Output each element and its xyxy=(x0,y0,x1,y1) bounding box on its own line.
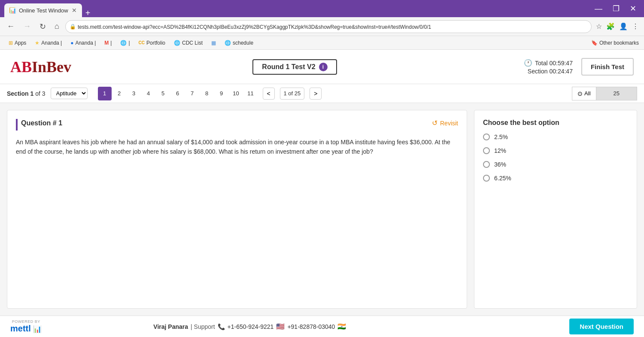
gmail-icon: M xyxy=(104,40,109,46)
all-circle-icon: ⊙ xyxy=(577,90,583,97)
bookmarks-bar: ⊞ Apps ★ Ananda | ● Ananda | M | 🌐 | CC … xyxy=(0,36,644,50)
bookmark-portfolio[interactable]: CC Portfolio xyxy=(135,39,169,47)
option-radio-3[interactable] xyxy=(483,161,490,168)
bookmark-square[interactable]: ▦ xyxy=(208,39,219,47)
bookmark-ananda2[interactable]: ● Ananda | xyxy=(67,39,99,47)
answer-title: Choose the best option xyxy=(483,119,628,127)
option-radio-4[interactable] xyxy=(483,175,490,182)
star-bookmark-icon: ★ xyxy=(35,40,39,46)
option-item-2[interactable]: 12% xyxy=(483,147,628,154)
tab-title: Online Test Window xyxy=(19,7,68,14)
question-num-2[interactable]: 2 xyxy=(112,87,126,100)
phone-icon: 📞 xyxy=(218,323,225,330)
logo-inbev: InBev xyxy=(32,58,71,76)
close-button[interactable]: ✕ xyxy=(626,4,640,13)
question-num-10[interactable]: 10 xyxy=(229,87,243,100)
question-num-7[interactable]: 7 xyxy=(185,87,199,100)
option-radio-1[interactable] xyxy=(483,134,490,140)
toolbar-icons: ☆ 🧩 👤 ⋮ xyxy=(595,21,640,31)
next-question-button[interactable]: Next Question xyxy=(569,319,634,334)
footer-support-label: | Support xyxy=(191,323,215,330)
question-num-4[interactable]: 4 xyxy=(142,87,155,100)
question-num-5[interactable]: 5 xyxy=(156,87,170,100)
next-page-button[interactable]: > xyxy=(310,88,322,100)
address-bar[interactable]: tests.mettl.com/test-window-api?ecc=ASD%… xyxy=(65,20,592,33)
other-bookmarks-label: Other bookmarks xyxy=(599,40,639,46)
bookmark-ananda1-label: Ananda | xyxy=(41,40,62,46)
question-num-1[interactable]: 1 xyxy=(98,87,112,100)
back-button[interactable]: ← xyxy=(4,21,17,32)
forward-button[interactable]: → xyxy=(21,21,33,32)
other-bookmarks[interactable]: 🔖 Other bookmarks xyxy=(591,40,639,46)
extension-icon[interactable]: 🧩 xyxy=(605,21,616,31)
info-icon[interactable]: i xyxy=(319,63,328,71)
question-title: Question # 1 xyxy=(21,119,62,127)
timer-area: 🕐 Total 00:59:47 Section 00:24:47 xyxy=(518,59,573,75)
section-select[interactable]: Aptitude xyxy=(51,88,88,99)
browser-titlebar: 📊 Online Test Window ✕ + — ❐ ✕ xyxy=(0,0,644,17)
us-flag: 🇺🇸 xyxy=(276,322,285,331)
section-number: 1 xyxy=(30,90,33,97)
section-nav: Section 1 of 3 Aptitude 1 2 3 4 5 6 7 8 … xyxy=(0,84,644,103)
menu-icon[interactable]: ⋮ xyxy=(631,21,640,31)
answer-panel: Choose the best option 2.5% 12% 36% 6.25… xyxy=(474,110,637,309)
bookmark-gmail[interactable]: M | xyxy=(101,39,115,47)
minimize-button[interactable]: — xyxy=(591,4,606,13)
logo-ab: AB xyxy=(10,58,32,76)
address-bar-wrap: 🔒 tests.mettl.com/test-window-api?ecc=AS… xyxy=(65,20,592,33)
revisit-button[interactable]: ↺ Revisit xyxy=(432,119,458,127)
profile-icon[interactable]: 👤 xyxy=(618,21,629,31)
question-num-8[interactable]: 8 xyxy=(200,87,214,100)
cdc-globe-icon: 🌐 xyxy=(174,40,180,46)
footer-center: Viraj Panara | Support 📞 +1-650-924-9221… xyxy=(153,322,346,331)
question-panel: Question # 1 ↺ Revisit An MBA aspirant l… xyxy=(7,110,467,309)
tab-close-button[interactable]: ✕ xyxy=(72,7,77,14)
main-content: Question # 1 ↺ Revisit An MBA aspirant l… xyxy=(0,103,644,316)
option-label-4: 6.25% xyxy=(494,175,511,182)
bookmark-cdc-label: CDC List xyxy=(182,40,203,46)
option-radio-2[interactable] xyxy=(483,147,490,154)
bookmark-cdc[interactable]: 🌐 CDC List xyxy=(170,39,206,47)
browser-tab-active[interactable]: 📊 Online Test Window ✕ xyxy=(4,3,82,17)
window-controls: — ❐ ✕ xyxy=(591,4,640,13)
all-tab: ⊙ All 25 xyxy=(572,87,637,100)
home-button[interactable]: ⌂ xyxy=(52,21,62,32)
in-flag: 🇮🇳 xyxy=(337,322,346,331)
reload-button[interactable]: ↻ xyxy=(37,21,49,32)
option-item-3[interactable]: 36% xyxy=(483,161,628,168)
all-button[interactable]: ⊙ All xyxy=(572,87,595,100)
finish-test-button[interactable]: Finish Test xyxy=(581,58,634,76)
question-num-11[interactable]: 11 xyxy=(244,87,258,100)
maximize-button[interactable]: ❐ xyxy=(609,4,623,13)
clock-icon: 🕐 xyxy=(524,59,532,67)
bookmark-schedule[interactable]: 🌐 schedule xyxy=(221,39,257,47)
lock-icon: 🔒 xyxy=(70,24,76,30)
mettl-logo-text: mettl xyxy=(10,324,31,333)
globe-icon: 🌐 xyxy=(120,40,127,46)
question-num-9[interactable]: 9 xyxy=(215,87,228,100)
bookmark-globe[interactable]: 🌐 | xyxy=(117,39,133,47)
option-item-1[interactable]: 2.5% xyxy=(483,134,628,140)
logo-area: AB InBev xyxy=(10,58,71,76)
tab-bar: 📊 Online Test Window ✕ + xyxy=(4,0,93,17)
question-num-6[interactable]: 6 xyxy=(171,87,185,100)
section-of: of 3 xyxy=(35,90,45,97)
question-num-3[interactable]: 3 xyxy=(127,87,141,100)
star-icon[interactable]: ☆ xyxy=(595,21,603,31)
revisit-label: Revisit xyxy=(440,120,458,127)
new-tab-button[interactable]: + xyxy=(83,9,93,17)
total-timer: Total 00:59:47 xyxy=(535,60,573,67)
option-label-1: 2.5% xyxy=(494,134,508,140)
prev-page-button[interactable]: < xyxy=(263,88,275,100)
footer-username: Viraj Panara xyxy=(153,323,188,330)
bookmark-apps[interactable]: ⊞ Apps xyxy=(5,39,30,47)
bookmark-globe-label: | xyxy=(128,40,130,46)
app-header: AB InBev Round 1 Test V2 i 🕐 Total 00:59… xyxy=(0,50,644,84)
page-info: 1 of 25 xyxy=(280,88,305,100)
bookmark-ananda1[interactable]: ★ Ananda | xyxy=(31,39,65,47)
bookmark-ananda2-label: Ananda | xyxy=(75,40,96,46)
mettl-logo: mettl 📊 xyxy=(10,324,42,334)
option-item-4[interactable]: 6.25% xyxy=(483,175,628,182)
powered-by-text: POWERED BY xyxy=(12,319,40,324)
mettl-logo-graph: 📊 xyxy=(33,325,42,333)
